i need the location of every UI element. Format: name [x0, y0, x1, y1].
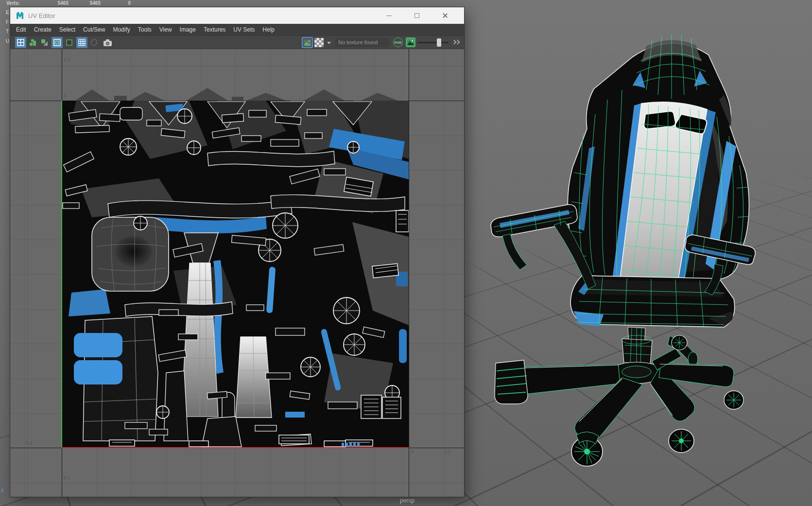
slider-handle[interactable]	[437, 38, 441, 47]
image-display-icon[interactable]	[302, 37, 313, 48]
caster-wheels	[571, 335, 743, 466]
grid-label-u1-1: 1.1	[445, 449, 451, 454]
menu-modify[interactable]: Modify	[109, 26, 134, 33]
grid-label-v1: 1	[64, 93, 66, 98]
menu-view[interactable]: View	[155, 26, 176, 33]
close-button[interactable]	[431, 7, 459, 24]
minimize-icon	[386, 16, 392, 16]
axis-z-label: z	[1, 487, 4, 493]
menu-uv-sets[interactable]: UV Sets	[229, 26, 259, 33]
uv-shell-display-icon[interactable]	[15, 37, 26, 48]
menu-help[interactable]: Help	[259, 26, 278, 33]
toolbar: No texture found RGB	[10, 35, 464, 49]
maximize-button[interactable]	[403, 7, 431, 24]
menu-edit[interactable]: Edit	[12, 26, 30, 33]
verts-value-total: 5465	[36, 0, 69, 6]
image-border-icon[interactable]	[64, 37, 75, 48]
menu-bar: Edit Create Select Cut/Sew Modify Tools …	[10, 24, 464, 35]
texture-dropdown-icon[interactable]	[327, 42, 331, 44]
window-title: UV Editor	[28, 12, 55, 19]
grid-display-icon[interactable]	[76, 37, 87, 48]
grid-label-u1: 1	[411, 449, 414, 454]
menu-cut-sew[interactable]: Cut/Sew	[79, 26, 109, 33]
uv-editor-window: UV Editor Edit Create Select Cut/Sew Mod…	[10, 7, 464, 497]
texture-borders-icon[interactable]	[52, 37, 63, 48]
distortion-display-icon[interactable]	[39, 37, 50, 48]
texture-tile-ghost	[62, 87, 409, 101]
minimize-button[interactable]	[375, 7, 403, 24]
toolbar-overflow-icon[interactable]	[452, 40, 460, 46]
pixel-snap-icon[interactable]	[88, 37, 100, 48]
menu-textures[interactable]: Textures	[200, 26, 229, 33]
maya-logo-icon	[16, 11, 24, 20]
uv-snapshot-icon[interactable]	[102, 37, 113, 48]
texture-status-field[interactable]: No texture found	[335, 38, 389, 47]
image-ratio-icon[interactable]	[406, 37, 415, 47]
maximize-icon	[415, 13, 419, 18]
close-icon	[442, 13, 448, 18]
verts-value-selected: 5465	[69, 0, 101, 6]
shaded-uv-display-icon[interactable]	[27, 37, 38, 48]
menu-create[interactable]: Create	[30, 26, 55, 33]
camera-label: persp	[373, 497, 441, 504]
verts-value-extra: 0	[100, 0, 131, 6]
rgb-channels-icon[interactable]: RGB	[393, 37, 403, 47]
uv-u-axis	[62, 447, 409, 448]
grid-label-v-neg: 0.1	[64, 475, 70, 480]
uv-texture-image	[62, 101, 409, 448]
verts-label: Verts:	[6, 0, 20, 6]
menu-tools[interactable]: Tools	[134, 26, 155, 33]
chair-3d-model[interactable]	[462, 27, 777, 486]
title-bar[interactable]: UV Editor	[10, 7, 464, 24]
menu-select[interactable]: Select	[55, 26, 79, 33]
menu-image[interactable]: Image	[176, 26, 200, 33]
checker-map-icon[interactable]	[314, 38, 324, 47]
grid-label-v1-1: 1.1	[64, 57, 70, 62]
image-dim-slider[interactable]	[417, 42, 449, 43]
uv-v-axis	[61, 101, 62, 448]
grid-label-u-neg: -0.1	[25, 440, 33, 445]
uv-canvas[interactable]: 1.1 1 -0.1 0.1 1 1.1	[10, 49, 464, 497]
